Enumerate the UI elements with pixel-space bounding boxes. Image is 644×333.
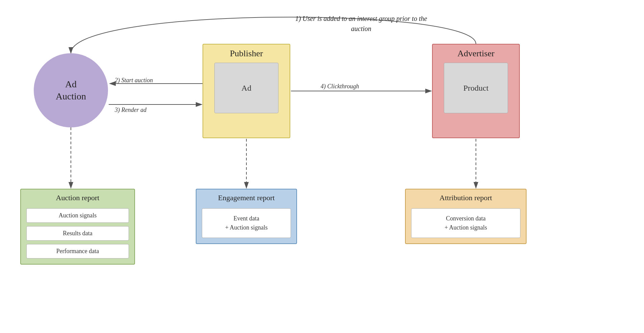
render-ad-label: 3) Render ad [115,107,146,114]
advertiser-title: Advertiser [457,49,494,59]
clickthrough-label: 4) Clickthrough [321,83,359,90]
attribution-report-items: Conversion data+ Auction signals [406,206,526,243]
engagement-report-items: Event data+ Auction signals [196,206,296,243]
start-auction-label: 2) Start auction [115,77,153,84]
auction-report-box: Auction report Auction signals Results d… [20,189,135,265]
ad-auction-circle: AdAuction [34,53,108,127]
attribution-report-box: Attribution report Conversion data+ Auct… [405,189,527,244]
publisher-ad-label: Ad [241,84,251,93]
advertiser-box: Advertiser Product [432,44,520,138]
conversion-data-item: Conversion data+ Auction signals [411,208,520,238]
performance-data-item: Performance data [26,244,129,259]
arrows-svg [0,0,644,333]
attribution-report-title: Attribution report [406,189,526,206]
engagement-report-box: Engagement report Event data+ Auction si… [196,189,297,244]
event-data-item: Event data+ Auction signals [202,208,291,238]
auction-signals-item: Auction signals [26,208,129,223]
engagement-report-title: Engagement report [196,189,296,206]
publisher-inner: Ad [214,63,278,113]
auction-report-items: Auction signals Results data Performance… [21,206,134,264]
results-data-item: Results data [26,226,129,241]
publisher-title: Publisher [230,49,263,59]
auction-report-title: Auction report [21,189,134,206]
diagram-container: 1) User is added to an interest group pr… [0,0,644,333]
advertiser-inner: Product [444,63,508,113]
publisher-box: Publisher Ad [203,44,290,138]
interest-group-label: 1) User is added to an interest group pr… [287,13,435,34]
advertiser-product-label: Product [463,84,489,93]
ad-auction-label: AdAuction [56,78,86,103]
